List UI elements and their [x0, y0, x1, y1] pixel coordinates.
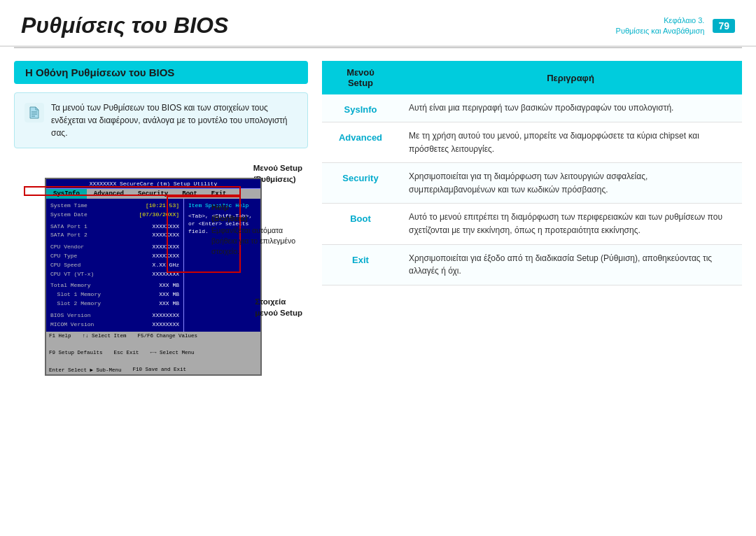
- bios-row: System Date [07/30/20XX]: [50, 211, 179, 220]
- bios-title-bar: XXXXXXXX SecureCare (tm) Setup Utility: [46, 179, 260, 189]
- bios-row: SATA Port 2 XXXXXXXX: [50, 231, 179, 240]
- table-row: ExitΧρησιμοποιείται για έξοδο από τη δια…: [322, 244, 742, 285]
- main-content: Η Οθόνη Ρυθμίσεων του BIOS Τα μενού των …: [0, 48, 756, 535]
- menu-name-cell: Exit: [322, 244, 399, 285]
- page-title: Ρυθμίσεις του BIOS: [21, 13, 228, 38]
- bios-row: BIOS Version XXXXXXXX: [50, 311, 179, 320]
- menu-desc-cell: Με τη χρήση αυτού του μενού, μπορείτε να…: [399, 122, 742, 163]
- bios-screenshot-wrapper: Μενού Setup (Ρυθμίσεις) XXXXXXXX SecureC…: [14, 160, 308, 369]
- info-text: Τα μενού των Ρυθμίσεων του BIOS και των …: [51, 101, 298, 139]
- bios-menu-sysinfo: SysInfo: [46, 189, 87, 199]
- section-title: Η Οθόνη Ρυθμίσεων του BIOS: [14, 61, 308, 84]
- page-number: 79: [713, 19, 735, 33]
- bios-row: CPU Type XXXXXXXX: [50, 252, 179, 261]
- table-row: SysInfoΑυτή είναι μια περιγραφή των βασι…: [322, 94, 742, 122]
- bios-left-col: System Time [10:21:53] System Date [07/3…: [46, 199, 183, 332]
- menu-name-cell: SysInfo: [322, 94, 399, 122]
- bios-row: Slot 1 Memory XXX MB: [50, 290, 179, 299]
- note-icon: [24, 103, 44, 122]
- bios-menu-advanced: Advanced: [87, 189, 131, 199]
- table-row: AdvancedΜε τη χρήση αυτού του μενού, μπο…: [322, 122, 742, 163]
- col-header-menu: Μενού Setup: [322, 61, 399, 94]
- table-row: BootΑυτό το μενού επιτρέπει τη διαμόρφωσ…: [322, 204, 742, 244]
- left-panel: Η Οθόνη Ρυθμίσεων του BIOS Τα μενού των …: [14, 61, 308, 528]
- menu-desc-cell: Αυτό το μενού επιτρέπει τη διαμόρφωση τω…: [399, 204, 742, 244]
- page-header: Ρυθμίσεις του BIOS Κεφάλαιο 3. Ρυθμίσεις…: [0, 0, 756, 47]
- bios-row: MICOM Version XXXXXXXX: [50, 320, 179, 330]
- menu-desc-cell: Χρησιμοποιείται για έξοδο από τη διαδικα…: [399, 244, 742, 285]
- bios-row: SATA Port 1 XXXXXXXX: [50, 223, 179, 232]
- table-row: SecurityΧρησιμοποιείται για τη διαμόρφωσ…: [322, 163, 742, 204]
- bios-menu-bar: SysInfo Advanced Security Boot Exit: [46, 189, 260, 199]
- bios-row: Total Memory XXX MB: [50, 281, 179, 290]
- bios-menu-boot: Boot: [175, 189, 204, 199]
- callout-items-label: Στοιχεία μενού Setup: [255, 296, 302, 318]
- bios-row: System Time [10:21:53]: [50, 202, 179, 211]
- col-header-desc: Περιγραφή: [399, 61, 742, 94]
- chapter-info: Κεφάλαιο 3. Ρυθμίσεις και Αναβάθμιση: [616, 15, 705, 37]
- menu-name-cell: Advanced: [322, 122, 399, 163]
- right-panel: Μενού Setup Περιγραφή SysInfoΑυτή είναι …: [322, 61, 742, 528]
- bios-row: CPU VT (VT-x) XXXXXXXX: [50, 270, 179, 279]
- menu-desc-cell: Αυτή είναι μια περιγραφή των βασικών προ…: [399, 94, 742, 122]
- menu-desc-cell: Χρησιμοποιείται για τη διαμόρφωση των λε…: [399, 163, 742, 204]
- bios-menu-exit: Exit: [204, 189, 234, 199]
- menu-name-cell: Boot: [322, 204, 399, 244]
- setup-table: Μενού Setup Περιγραφή SysInfoΑυτή είναι …: [322, 61, 742, 285]
- callout-help-label: Help (Βοήθεια) Εμφανίζεται αυτόματα βοήθ…: [211, 202, 302, 256]
- bios-row: Slot 2 Memory XXX MB: [50, 299, 179, 309]
- info-box: Τα μενού των Ρυθμίσεων του BIOS και των …: [14, 92, 308, 148]
- bios-footer: F1 Help ↑↓ Select Item F5/F6 Change Valu…: [46, 332, 260, 374]
- menu-name-cell: Security: [322, 163, 399, 204]
- bios-menu-security: Security: [131, 189, 175, 199]
- bios-row: CPU Speed X.XX GHz: [50, 261, 179, 270]
- bios-row: CPU Vendor XXXXXXXX: [50, 243, 179, 252]
